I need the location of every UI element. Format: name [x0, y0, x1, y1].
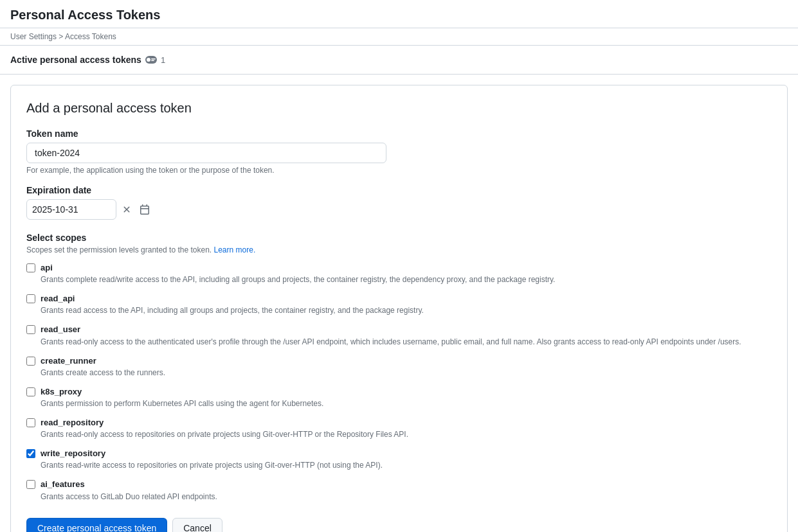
scope-desc-create_runner: Grants create access to the runners. — [41, 367, 772, 378]
add-token-form: Add a personal access token Token name F… — [10, 85, 788, 532]
token-name-label: Token name — [26, 129, 772, 139]
scope-name-k8s_proxy: k8s_proxy — [41, 386, 82, 398]
clear-date-button[interactable] — [119, 202, 134, 217]
scope-desc-read_api: Grants read access to the API, including… — [41, 305, 772, 316]
scope-checkbox-api[interactable] — [26, 263, 35, 272]
scope-name-api: api — [41, 262, 53, 274]
scope-checkbox-read_repository[interactable] — [26, 418, 35, 427]
expiration-label: Expiration date — [26, 185, 772, 195]
token-name-input[interactable] — [26, 143, 386, 163]
expiration-input[interactable] — [26, 199, 116, 220]
scope-checkbox-write_repository[interactable] — [26, 449, 35, 458]
active-tokens-bar: Active personal access tokens 1 — [0, 46, 798, 75]
scope-row: ai_features — [26, 479, 772, 490]
scope-checkbox-ai_features[interactable] — [26, 480, 35, 489]
close-icon — [122, 204, 132, 215]
token-name-hint: For example, the application using the t… — [26, 166, 772, 175]
svg-point-1 — [147, 58, 150, 62]
cancel-button[interactable]: Cancel — [172, 518, 222, 533]
scope-item: read_apiGrants read access to the API, i… — [26, 293, 772, 316]
scopes-list: apiGrants complete read/write access to … — [26, 262, 772, 502]
scope-checkbox-read_api[interactable] — [26, 294, 35, 303]
scope-item: k8s_proxyGrants permission to perform Ku… — [26, 386, 772, 409]
actions-bar: Create personal access token Cancel — [26, 518, 772, 533]
scopes-title: Select scopes — [26, 233, 772, 243]
page-header: Personal Access Tokens User Settings > A… — [0, 0, 798, 46]
token-icon — [145, 55, 158, 64]
page-title: Personal Access Tokens — [10, 8, 788, 22]
scope-desc-read_user: Grants read-only access to the authentic… — [41, 336, 772, 348]
scope-row: read_repository — [26, 417, 772, 429]
scope-checkbox-read_user[interactable] — [26, 325, 35, 334]
expiration-group: Expiration date — [26, 185, 772, 220]
scope-item: apiGrants complete read/write access to … — [26, 262, 772, 285]
scope-name-read_repository: read_repository — [41, 417, 104, 429]
token-count-badge: 1 — [145, 55, 165, 65]
svg-rect-3 — [151, 60, 154, 62]
scope-item: ai_featuresGrants access to GitLab Duo r… — [26, 479, 772, 502]
scope-desc-write_repository: Grants read-write access to repositories… — [41, 459, 772, 471]
calendar-icon — [140, 204, 150, 215]
scope-name-write_repository: write_repository — [41, 448, 105, 459]
scope-row: api — [26, 262, 772, 274]
scope-item: create_runnerGrants create access to the… — [26, 355, 772, 378]
token-count: 1 — [161, 55, 165, 65]
scope-desc-k8s_proxy: Grants permission to perform Kubernetes … — [41, 398, 772, 409]
scope-name-create_runner: create_runner — [41, 355, 96, 367]
scope-desc-read_repository: Grants read-only access to repositories … — [41, 429, 772, 440]
scope-row: read_api — [26, 293, 772, 305]
form-title: Add a personal access token — [26, 101, 772, 116]
scope-checkbox-create_runner[interactable] — [26, 357, 35, 366]
scopes-section: Select scopes Scopes set the permission … — [26, 233, 772, 502]
token-name-group: Token name For example, the application … — [26, 129, 772, 175]
svg-rect-2 — [151, 58, 156, 60]
create-token-button[interactable]: Create personal access token — [26, 518, 167, 533]
scope-desc-api: Grants complete read/write access to the… — [41, 274, 772, 285]
scope-item: write_repositoryGrants read-write access… — [26, 448, 772, 471]
scope-row: k8s_proxy — [26, 386, 772, 398]
scopes-hint: Scopes set the permission levels granted… — [26, 245, 772, 254]
scope-name-ai_features: ai_features — [41, 479, 85, 490]
calendar-button[interactable] — [137, 202, 152, 217]
scope-row: write_repository — [26, 448, 772, 459]
active-tokens-label: Active personal access tokens — [10, 55, 141, 65]
scope-item: read_userGrants read-only access to the … — [26, 324, 772, 347]
learn-more-link[interactable]: Learn more. — [214, 245, 256, 254]
scope-name-read_api: read_api — [41, 293, 75, 305]
scope-name-read_user: read_user — [41, 324, 80, 335]
scope-row: create_runner — [26, 355, 772, 367]
scope-row: read_user — [26, 324, 772, 335]
breadcrumb: User Settings > Access Tokens — [0, 28, 798, 46]
scope-item: read_repositoryGrants read-only access t… — [26, 417, 772, 440]
scope-desc-ai_features: Grants access to GitLab Duo related API … — [41, 491, 772, 502]
date-input-wrapper — [26, 199, 155, 220]
scope-checkbox-k8s_proxy[interactable] — [26, 387, 35, 396]
